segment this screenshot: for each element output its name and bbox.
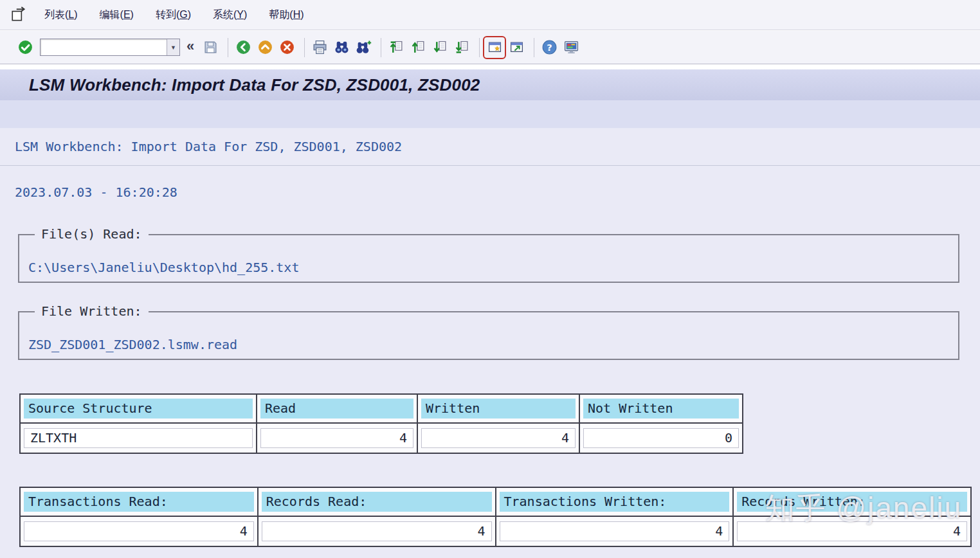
customize-layout-button[interactable]: [561, 38, 581, 57]
menu-item-goto[interactable]: 转到(G): [145, 4, 202, 26]
files-read-fieldset: File(s) Read: C:\Users\Janeliu\Desktop\h…: [18, 234, 959, 283]
next-page-button[interactable]: [430, 38, 449, 57]
files-read-label: File(s) Read:: [35, 226, 149, 242]
column-header: Not Written: [580, 395, 742, 422]
files-read-value: C:\Users\Janeliu\Desktop\hd_255.txt: [28, 260, 299, 275]
toolbar-separator: [228, 38, 228, 57]
standard-toolbar: ▼ « ?: [0, 31, 980, 64]
toolbar-separator: [534, 38, 534, 57]
file-written-fieldset: File Written: ZSD_ZSD001_ZSD002.lsmw.rea…: [18, 311, 959, 360]
page-title: LSM Workbench: Import Data For ZSD, ZSD0…: [29, 75, 480, 95]
new-session-button[interactable]: [485, 38, 504, 57]
menu-item-edit[interactable]: 编辑(E): [89, 4, 145, 26]
table-cell: 4: [496, 517, 734, 546]
toolbar-separator: [304, 38, 305, 57]
column-header: Read: [257, 395, 418, 422]
report-timestamp: 2023.07.03 - 16:20:28: [15, 184, 177, 200]
title-bar: LSM Workbench: Import Data For ZSD, ZSD0…: [0, 69, 980, 100]
command-input[interactable]: [41, 39, 167, 55]
column-header: Records Read:: [259, 488, 496, 516]
save-button[interactable]: [201, 38, 220, 57]
table-cell: 4: [259, 517, 496, 546]
menu-items: 列表(L) 编辑(E) 转到(G) 系统(Y) 帮助(H): [33, 4, 315, 26]
report-heading: LSM Workbench: Import Data For ZSD, ZSD0…: [15, 139, 402, 154]
structure-table-header-row: Source Structure Read Written Not Writte…: [21, 395, 742, 424]
sap-screen-icon[interactable]: [10, 6, 27, 23]
report-list-area: LSM Workbench: Import Data For ZSD, ZSD0…: [0, 129, 980, 558]
previous-page-button[interactable]: [408, 38, 428, 57]
table-cell: 0: [580, 424, 742, 453]
watermark: 知乎 @janeliu: [765, 489, 962, 528]
find-next-button[interactable]: [354, 38, 373, 57]
last-page-button[interactable]: [452, 38, 471, 57]
back-button[interactable]: [233, 38, 253, 57]
table-cell: 4: [21, 517, 259, 546]
collapse-command-field-icon[interactable]: «: [186, 38, 194, 55]
column-header: Source Structure: [21, 395, 257, 422]
menu-item-help[interactable]: 帮助(H): [258, 4, 314, 26]
table-cell: 4: [257, 424, 418, 453]
menu-item-list[interactable]: 列表(L): [33, 4, 89, 26]
find-button[interactable]: [332, 38, 351, 57]
column-header: Transactions Written:: [496, 488, 734, 516]
toolbar-separator: [381, 38, 381, 57]
column-header: Written: [418, 395, 580, 422]
structure-table-data-row: ZLTXTH 4 4 0: [21, 424, 742, 453]
menu-bar: 列表(L) 编辑(E) 转到(G) 系统(Y) 帮助(H): [0, 0, 980, 30]
file-written-label: File Written:: [35, 303, 149, 319]
command-field[interactable]: ▼: [40, 39, 180, 56]
toolbar-separator: [479, 38, 480, 57]
file-written-value: ZSD_ZSD001_ZSD002.lsmw.read: [28, 337, 237, 352]
enter-button[interactable]: [15, 38, 35, 57]
cancel-button[interactable]: [277, 38, 296, 57]
create-shortcut-button[interactable]: [507, 38, 526, 57]
table-cell: 4: [418, 424, 580, 453]
application-toolbar: [0, 100, 980, 129]
command-dropdown-button[interactable]: ▼: [167, 39, 179, 55]
column-header: Transactions Read:: [21, 488, 259, 516]
exit-button[interactable]: [255, 38, 275, 57]
structure-table: Source Structure Read Written Not Writte…: [19, 393, 743, 454]
help-button[interactable]: ?: [540, 38, 559, 57]
first-page-button[interactable]: [386, 38, 406, 57]
svg-text:?: ?: [547, 42, 552, 53]
heading-rule: [0, 165, 980, 166]
print-button[interactable]: [310, 38, 329, 57]
menu-item-system[interactable]: 系统(Y): [202, 4, 258, 26]
table-cell: ZLTXTH: [21, 424, 257, 453]
